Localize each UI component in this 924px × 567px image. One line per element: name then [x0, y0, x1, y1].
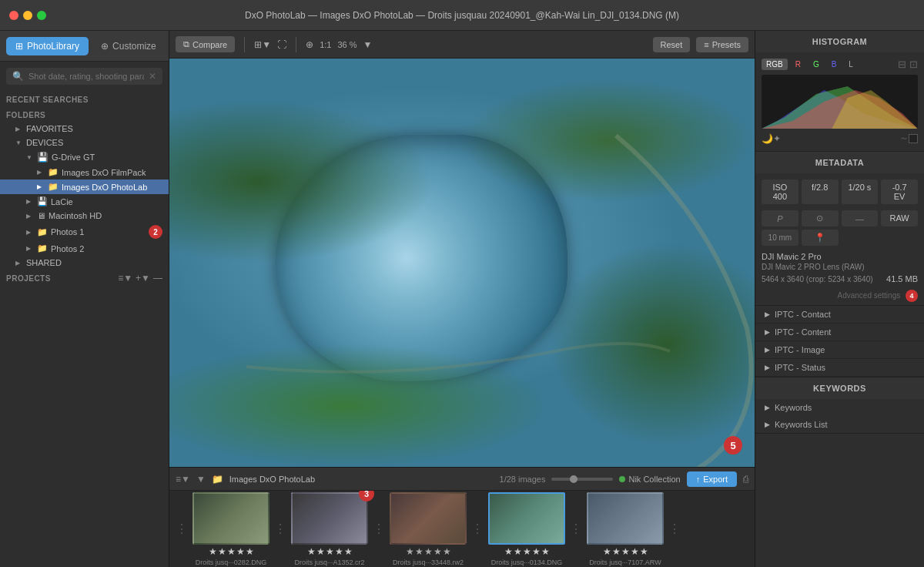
thumbnail-3[interactable]: ★★★★★ Droits jusq···33448.rw2	[390, 492, 467, 566]
more-icon[interactable]: —	[153, 273, 162, 284]
folder-filmstrip-icon: 📁	[212, 474, 223, 485]
sidebar-item-devices[interactable]: ▼ DEVICES	[0, 136, 169, 149]
keywords-item[interactable]: ▶ Keywords	[755, 399, 924, 416]
sidebar-item-lacie[interactable]: ▶ 💾 LaCie	[0, 194, 169, 209]
thumbnail-5[interactable]: ★★★★★ Droits jusq···7107.ARW	[587, 492, 664, 566]
share-icon[interactable]: ⎙	[743, 474, 748, 485]
thumb-img-2	[291, 492, 368, 545]
exif-iso: ISO 400	[762, 179, 798, 204]
thumb-label-2: Droits jusq···A1352.cr2	[294, 559, 364, 566]
screen-icon[interactable]: ⛶	[277, 39, 286, 50]
sidebar: ⊞ PhotoLibrary ⊕ Customize 1 🔍 ✕ RECENT …	[0, 31, 169, 567]
traffic-lights	[9, 11, 46, 20]
histogram-display-icon[interactable]: ⊟	[898, 59, 906, 70]
nik-dot	[619, 476, 625, 482]
thumb-img-3	[390, 492, 467, 545]
device-name: DJI Mavic 2 Pro	[762, 252, 918, 261]
customize-icon: ⊕	[101, 41, 109, 52]
exif-p-mode: P	[762, 210, 798, 226]
iptc-content[interactable]: ▶ IPTC - Content	[755, 324, 924, 341]
keywords-list-item[interactable]: ▶ Keywords List	[755, 416, 924, 433]
sort-filmstrip-icon[interactable]: ≡▼	[176, 474, 190, 485]
sidebar-item-favorites[interactable]: ▶ FAVORITES	[0, 122, 169, 136]
clear-icon[interactable]: ✕	[149, 71, 156, 82]
chevron-right-icon-8: ▶	[26, 245, 34, 252]
nik-collection-button[interactable]: Nik Collection	[619, 475, 680, 484]
view-icon[interactable]: ⊞▼	[254, 39, 271, 50]
thumb-label-5: Droits jusq···7107.ARW	[589, 559, 661, 566]
thumbnail-2[interactable]: ★★★★★ Droits jusq···A1352.cr2 3	[291, 492, 368, 566]
moon-icon[interactable]: 🌙	[762, 133, 773, 144]
search-input[interactable]	[28, 72, 144, 81]
sidebar-item-photolab[interactable]: ▶ 📁 Images DxO PhotoLab	[0, 179, 169, 194]
thumbnail-4[interactable]: ★★★★★ Droits jusq···0134.DNG	[488, 492, 565, 566]
color-swatch[interactable]	[909, 134, 918, 143]
histogram-settings-icon[interactable]: ⊡	[909, 59, 918, 70]
thumbnail-1[interactable]: ★★★★★ Droits jusq···0282.DNG	[192, 492, 270, 566]
shared-label: SHARED	[26, 258, 62, 267]
export-button[interactable]: ↑ Export	[687, 471, 737, 487]
close-button[interactable]	[9, 11, 18, 20]
badge-3: 3	[359, 491, 374, 502]
tab-photo-library[interactable]: ⊞ PhotoLibrary	[6, 37, 89, 55]
export-icon: ↑	[696, 475, 701, 484]
folders-header: FOLDERS	[0, 106, 169, 122]
hist-tab-g[interactable]: G	[808, 59, 824, 70]
right-panel: HISTOGRAM RGB R G B L ⊟ ⊡	[755, 31, 924, 567]
star-icon[interactable]: ✦	[773, 133, 781, 144]
stars-4: ★★★★★	[504, 546, 550, 557]
exif-ev: -0.7 EV	[881, 179, 918, 204]
advanced-settings-link[interactable]: Advanced settings 4	[755, 290, 924, 305]
device-info: DJI Mavic 2 Pro DJI Mavic 2 PRO Lens (RA…	[755, 252, 924, 290]
forest	[169, 59, 755, 467]
sidebar-item-filmpack[interactable]: ▶ 📁 Images DxO FilmPack	[0, 165, 169, 179]
filmpack-label: Images DxO FilmPack	[62, 168, 146, 177]
fit-icon[interactable]: ⊕	[306, 39, 313, 50]
stars-3: ★★★★★	[406, 546, 451, 557]
sort-icon[interactable]: ≡▼	[118, 273, 132, 284]
recent-searches-header: RECENT SEARCHES	[0, 91, 169, 106]
maximize-button[interactable]	[37, 11, 46, 20]
sidebar-item-photos2[interactable]: ▶ 📁 Photos 2	[0, 241, 169, 256]
stars-2: ★★★★★	[307, 546, 353, 557]
zoom-dropdown-icon[interactable]: ▼	[363, 39, 373, 50]
zoom-slider[interactable]	[551, 478, 613, 481]
main-image-area: ⧉ Compare ⊞▼ ⛶ ⊕ 1:1 36 % ▼ Reset ≡ Pres…	[169, 31, 755, 467]
keywords-title: KEYWORDS	[755, 377, 924, 399]
add-icon[interactable]: +▼	[136, 273, 150, 284]
hist-tab-rgb[interactable]: RGB	[762, 59, 788, 70]
sidebar-item-macintosh[interactable]: ▶ 🖥 Macintosh HD	[0, 209, 169, 223]
reset-button[interactable]: Reset	[653, 37, 691, 52]
search-bar[interactable]: 🔍 ✕	[6, 68, 162, 85]
chevron-right-icon-3: ▶	[37, 169, 45, 176]
hist-adjust-icon[interactable]: ～	[899, 132, 909, 145]
title-bar: DxO PhotoLab — Images DxO PhotoLab — Dro…	[0, 0, 924, 31]
dots-between-3-4: ⋮	[468, 522, 487, 536]
hist-tab-r[interactable]: R	[791, 59, 805, 70]
sidebar-item-gdrive[interactable]: ▼ 💾 G-Drive GT	[0, 149, 169, 165]
hist-tab-l[interactable]: L	[844, 59, 858, 70]
sidebar-item-photos1[interactable]: ▶ 📁 Photos 1 2	[0, 223, 169, 241]
filter-icon[interactable]: ▼	[196, 474, 206, 485]
hist-tab-b[interactable]: B	[827, 59, 842, 70]
sidebar-item-shared[interactable]: ▶ SHARED	[0, 256, 169, 270]
iptc-contact[interactable]: ▶ IPTC - Contact	[755, 306, 924, 324]
compare-icon: ⧉	[183, 39, 189, 49]
compare-button[interactable]: ⧉ Compare	[176, 36, 235, 52]
filmstrip-images: ⋮ ★★★★★ Droits jusq···0282.DNG ⋮ ★★★★★ D…	[169, 491, 755, 567]
scroll-dots-left: ⋮	[172, 522, 191, 536]
chevron-right-icon-5: ▶	[26, 198, 34, 205]
dots-between-2-3: ⋮	[370, 522, 388, 536]
badge-5: 5	[724, 436, 742, 455]
exif-location-icon[interactable]: 📍	[802, 230, 839, 246]
histogram-title: HISTOGRAM	[755, 31, 924, 52]
iptc-image[interactable]: ▶ IPTC - Image	[755, 341, 924, 359]
minimize-button[interactable]	[23, 11, 32, 20]
iptc-status[interactable]: ▶ IPTC - Status	[755, 359, 924, 377]
window-title: DxO PhotoLab — Images DxO PhotoLab — Dro…	[245, 10, 679, 21]
presets-button[interactable]: ≡ Presets	[696, 37, 748, 52]
photos1-label: Photos 1	[51, 227, 84, 237]
badge-5-container: 5	[724, 436, 742, 455]
zoom-level-label: 36 %	[337, 40, 357, 49]
tab-customize[interactable]: ⊕ Customize	[92, 37, 166, 55]
